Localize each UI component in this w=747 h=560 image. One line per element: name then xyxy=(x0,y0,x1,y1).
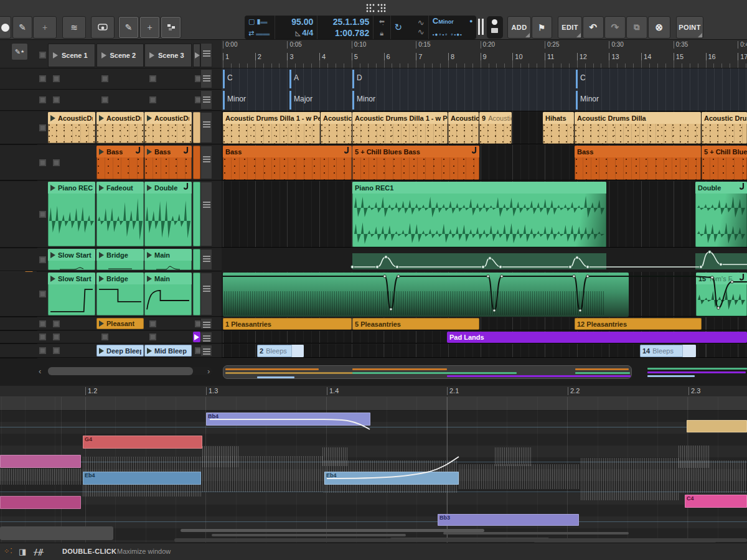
key-segment[interactable]: AMajor xyxy=(289,68,352,111)
arranger-clip[interactable]: Bass xyxy=(223,146,352,180)
key-segment[interactable]: DMinor xyxy=(352,68,415,111)
redo-button[interactable]: ↷ xyxy=(604,16,626,39)
scene-button[interactable]: Scene 1 xyxy=(48,44,95,67)
clip-mode-button[interactable] xyxy=(161,16,181,39)
scroll-left-arrow[interactable]: ‹ xyxy=(39,368,41,375)
launcher-clip[interactable]: Pleasant xyxy=(96,318,144,329)
stop-button[interactable] xyxy=(39,347,46,354)
record-button[interactable] xyxy=(0,16,11,39)
launcher-clip[interactable]: Bridge xyxy=(96,249,144,270)
arranger-clip[interactable]: Acoustic Drums Dilla 1 - w Perc xyxy=(352,112,448,144)
midi-note[interactable] xyxy=(0,455,81,468)
bottom-scroll-strip[interactable] xyxy=(174,538,747,542)
arranger-clip[interactable]: Bass xyxy=(575,146,701,180)
edit-mode-button[interactable]: ✎ xyxy=(118,16,139,39)
editor-scroll-strip[interactable] xyxy=(0,526,113,540)
scene-menu-button[interactable] xyxy=(200,43,212,67)
stop-button[interactable] xyxy=(53,320,60,327)
launcher-clip[interactable]: Slow Start xyxy=(48,273,95,315)
arranger-clip[interactable]: 5 + Chill Blues Bass xyxy=(352,146,479,180)
midi-note[interactable] xyxy=(0,496,81,509)
launcher-clip[interactable]: AcousticDr xyxy=(48,112,95,143)
loop-icon[interactable]: ↻ xyxy=(395,22,403,33)
row-menu-button[interactable] xyxy=(200,182,212,246)
launcher-scroll-thumb[interactable] xyxy=(48,367,193,375)
arranger-clip[interactable]: Acoustic D xyxy=(448,112,479,144)
launcher-pen-button[interactable]: ✎★ xyxy=(11,43,28,60)
row-menu-button[interactable] xyxy=(200,112,212,143)
launcher-clip[interactable]: Mid Bleep xyxy=(144,345,192,357)
browser-panel[interactable] xyxy=(487,16,503,39)
launcher-clip[interactable]: Bridge xyxy=(96,273,144,315)
row-menu-button[interactable] xyxy=(200,249,212,270)
arranger-clip[interactable]: Acoustic D xyxy=(321,112,352,144)
midi-note[interactable]: Eb4 xyxy=(324,472,459,485)
stop-button[interactable] xyxy=(149,75,156,82)
arranger-clip[interactable]: Acoustic Drums Dilla 1 - w Perc xyxy=(223,112,320,144)
stop-button[interactable] xyxy=(39,124,46,131)
edit-button[interactable]: EDIT xyxy=(558,16,582,39)
stop-button[interactable] xyxy=(39,211,46,218)
tempo-cell[interactable]: 95.00 ◺ 4/4 xyxy=(275,16,317,39)
stop-button[interactable] xyxy=(39,75,46,82)
row-menu-button[interactable] xyxy=(200,90,212,110)
row-menu-button[interactable] xyxy=(200,318,212,329)
stop-button[interactable] xyxy=(39,96,46,103)
punch-cell[interactable]: ⬅̣🔒︎ xyxy=(374,16,390,39)
editor-scroll-strip[interactable] xyxy=(212,534,406,536)
scene-button[interactable]: Scene 3 xyxy=(144,44,192,67)
row-menu-button[interactable] xyxy=(200,332,212,342)
stop-button[interactable] xyxy=(53,159,60,166)
launcher-clip[interactable]: AcousticDr xyxy=(144,112,192,143)
row-menu-button[interactable] xyxy=(200,146,212,179)
arranger-clip[interactable]: Pad Lands xyxy=(447,332,747,343)
delete-button[interactable]: ⊗ xyxy=(648,16,670,39)
stop-button[interactable] xyxy=(39,291,46,297)
stop-button[interactable] xyxy=(149,320,156,327)
launcher-clip[interactable]: Fadeout xyxy=(96,182,144,246)
stop-button[interactable] xyxy=(53,334,60,340)
midi-note[interactable]: Bb4 xyxy=(206,413,370,426)
launcher-clip-partial[interactable] xyxy=(193,273,200,315)
midi-note[interactable] xyxy=(687,420,747,432)
stop-button[interactable] xyxy=(39,320,46,327)
arranger-clip[interactable]: Acoustic Drums Dilla xyxy=(575,112,701,144)
pen-tool-button[interactable]: ✎ xyxy=(12,16,32,39)
undo-button[interactable]: ↶ xyxy=(583,16,604,39)
stop-button[interactable] xyxy=(53,347,60,354)
arranger-clip[interactable]: Hihats xyxy=(543,112,574,144)
scale-cell[interactable]: CMinor • •●∘•∘ ∘•●• xyxy=(429,16,476,39)
launcher-clip[interactable]: Slow Start xyxy=(48,249,95,270)
stop-all-button[interactable] xyxy=(39,52,46,58)
position-value[interactable]: 25.1.1.95 xyxy=(321,17,369,27)
row-menu-button[interactable] xyxy=(200,69,212,88)
play-stop-cell[interactable]: ▢ ▮▬ ⇄ ▬▬ xyxy=(245,16,275,39)
midi-note[interactable]: G4 xyxy=(83,436,202,449)
editor-scroll-strip[interactable] xyxy=(443,532,629,534)
tempo-value[interactable]: 95.00 xyxy=(279,17,313,27)
stop-button[interactable] xyxy=(39,159,46,166)
arranger-clip[interactable]: Acoustic Drums xyxy=(702,112,747,144)
stop-button[interactable] xyxy=(53,96,60,103)
launcher-clip-partial[interactable] xyxy=(193,249,200,270)
midi-note[interactable]: Bb3 xyxy=(438,514,579,526)
scene-button[interactable]: Scene 2 xyxy=(96,44,144,67)
midi-note[interactable]: C4 xyxy=(685,495,747,508)
launcher-clip-partial[interactable] xyxy=(193,112,200,143)
arranger-clip[interactable]: 1 Pleasantries xyxy=(223,318,352,330)
timesig-value[interactable]: ◺ 4/4 xyxy=(279,28,313,38)
point-button[interactable]: POINT xyxy=(676,16,703,39)
layers-button[interactable]: ≋ xyxy=(62,16,86,39)
stop-button[interactable] xyxy=(39,256,46,263)
launcher-clip[interactable]: Bass xyxy=(96,146,144,179)
add-track-button[interactable]: + xyxy=(33,16,57,39)
arranger-clip[interactable]: 5 Pleasantries xyxy=(352,318,479,330)
time-value[interactable]: 1:00.782 xyxy=(321,28,369,38)
duplicate-button[interactable]: ⧉ xyxy=(626,16,647,39)
arranger-clip[interactable]: 2 Bleeps xyxy=(257,345,304,357)
scroll-right-arrow[interactable]: › xyxy=(207,368,210,375)
mixer-sliders-icon[interactable]: ᚋᚌ xyxy=(34,547,44,556)
arranger-clip[interactable]: 9 Acoustic xyxy=(479,112,512,144)
stop-button[interactable] xyxy=(101,96,108,103)
row-menu-button[interactable] xyxy=(200,273,212,315)
